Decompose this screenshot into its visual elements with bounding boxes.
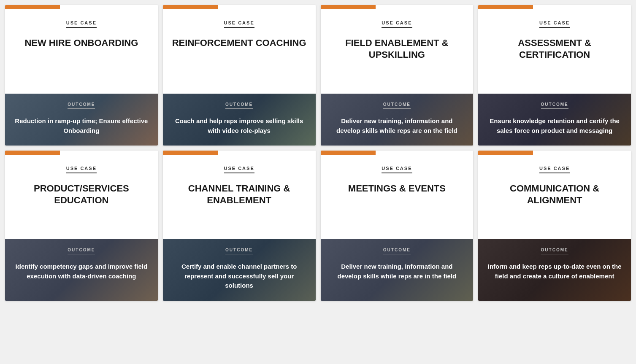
card-top-bar [163,5,218,9]
card-title: FIELD ENABLEMENT & UPSKILLING [329,37,465,60]
card-top-section: USE CASE MEETINGS & EVENTS [321,151,474,239]
card-1: USE CASE NEW HIRE ONBOARDING OUTCOME Red… [5,5,158,146]
card-top-bar [5,151,60,155]
use-case-label: USE CASE [539,20,570,28]
outcome-text: Deliver new training, information and de… [329,262,465,281]
outcome-label: OUTCOME [383,102,411,109]
card-top-bar [163,151,218,155]
card-top-section: USE CASE FIELD ENABLEMENT & UPSKILLING [321,5,474,94]
card-top-bar [321,151,376,155]
use-case-label: USE CASE [224,166,254,173]
card-8: USE CASE COMMUNICATION & ALIGNMENT OUTCO… [478,151,631,301]
outcome-label: OUTCOME [383,248,411,254]
card-3: USE CASE FIELD ENABLEMENT & UPSKILLING O… [321,5,474,146]
outcome-label: OUTCOME [68,102,95,109]
use-case-label: USE CASE [539,166,570,173]
cards-grid: USE CASE NEW HIRE ONBOARDING OUTCOME Red… [0,0,636,306]
use-case-label: USE CASE [382,20,412,28]
card-4: USE CASE ASSESSMENT & CERTIFICATION OUTC… [478,5,631,146]
card-2: USE CASE REINFORCEMENT COACHING OUTCOME … [163,5,316,146]
card-6: USE CASE CHANNEL TRAINING & ENABLEMENT O… [163,151,316,301]
outcome-text: Coach and help reps improve selling skil… [171,116,307,135]
card-title: PRODUCT/SERVICES EDUCATION [14,183,149,206]
card-5: USE CASE PRODUCT/SERVICES EDUCATION OUTC… [5,151,158,301]
outcome-text: Reduction in ramp-up time; Ensure effect… [14,116,149,135]
card-top-section: USE CASE REINFORCEMENT COACHING [163,5,316,94]
card-title: ASSESSMENT & CERTIFICATION [487,37,622,60]
outcome-text: Ensure knowledge retention and certify t… [487,116,622,135]
card-7: USE CASE MEETINGS & EVENTS OUTCOME Deliv… [321,151,474,301]
card-title: REINFORCEMENT COACHING [172,37,306,49]
use-case-label: USE CASE [66,166,97,173]
outcome-text: Identify competency gaps and improve fie… [14,262,149,281]
card-bottom-section: OUTCOME Inform and keep reps up-to-date … [478,239,631,301]
outcome-label: OUTCOME [225,248,253,254]
outcome-label: OUTCOME [225,102,253,109]
card-top-section: USE CASE ASSESSMENT & CERTIFICATION [478,5,631,94]
card-bottom-section: OUTCOME Identify competency gaps and imp… [5,239,158,301]
card-bottom-section: OUTCOME Certify and enable channel partn… [163,239,316,301]
use-case-label: USE CASE [382,166,412,173]
card-top-section: USE CASE CHANNEL TRAINING & ENABLEMENT [163,151,316,239]
outcome-label: OUTCOME [68,248,95,254]
card-bottom-section: OUTCOME Coach and help reps improve sell… [163,94,316,146]
card-top-bar [5,5,60,9]
card-bottom-section: OUTCOME Deliver new training, informatio… [321,239,474,301]
card-top-section: USE CASE NEW HIRE ONBOARDING [5,5,158,94]
card-title: MEETINGS & EVENTS [348,183,446,194]
card-top-bar [478,151,533,155]
outcome-text: Deliver new training, information and de… [329,116,465,135]
card-top-section: USE CASE COMMUNICATION & ALIGNMENT [478,151,631,239]
use-case-label: USE CASE [224,20,254,28]
card-bottom-section: OUTCOME Deliver new training, informatio… [321,94,474,146]
outcome-label: OUTCOME [541,248,568,254]
card-title: CHANNEL TRAINING & ENABLEMENT [171,183,307,206]
card-bottom-section: OUTCOME Reduction in ramp-up time; Ensur… [5,94,158,146]
card-top-bar [478,5,533,9]
outcome-text: Certify and enable channel partners to r… [171,262,307,291]
card-bottom-section: OUTCOME Ensure knowledge retention and c… [478,94,631,146]
use-case-label: USE CASE [66,20,97,28]
card-top-bar [321,5,376,9]
card-title: COMMUNICATION & ALIGNMENT [487,183,622,206]
card-top-section: USE CASE PRODUCT/SERVICES EDUCATION [5,151,158,239]
outcome-text: Inform and keep reps up-to-date even on … [487,262,622,281]
outcome-label: OUTCOME [541,102,568,109]
card-title: NEW HIRE ONBOARDING [24,37,138,49]
